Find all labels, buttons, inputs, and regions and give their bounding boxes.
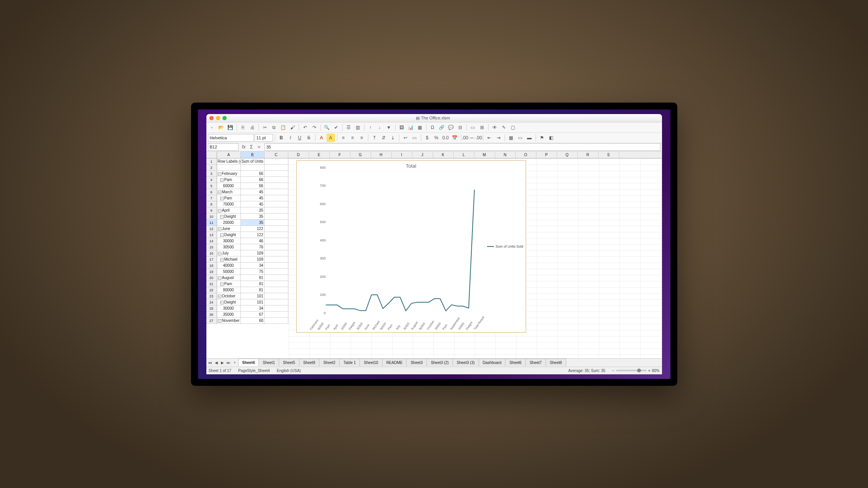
row-header[interactable]: 4	[206, 177, 217, 183]
cell[interactable]	[265, 171, 288, 176]
border-color-icon[interactable]: ▬	[525, 134, 534, 142]
chart-object[interactable]: Total 0100200300400500600700800 Sum of U…	[296, 160, 526, 333]
cell[interactable]: 20000	[217, 220, 241, 225]
row-header[interactable]: 14	[206, 238, 217, 244]
italic-icon[interactable]: I	[286, 134, 295, 142]
cell[interactable]: −August	[217, 275, 241, 281]
row-header[interactable]: 1	[206, 158, 217, 164]
cell[interactable]	[265, 244, 288, 250]
print-preview-icon[interactable]: 👁	[490, 123, 499, 132]
bold-icon[interactable]: B	[277, 134, 286, 142]
cell[interactable]	[265, 165, 288, 170]
row-header[interactable]: 23	[206, 293, 217, 299]
select-all-corner[interactable]	[206, 152, 217, 158]
sheet-tab[interactable]: Sheet7	[525, 359, 546, 366]
cell[interactable]: −Michael	[217, 256, 241, 262]
row-header[interactable]: 2	[206, 165, 217, 170]
align-center-icon[interactable]: ≡	[348, 134, 357, 142]
cell[interactable]: 40000	[217, 263, 241, 268]
column-header-r[interactable]: R	[578, 152, 598, 158]
cell[interactable]: 81	[241, 281, 265, 287]
column-header-k[interactable]: K	[433, 152, 454, 158]
cell[interactable]	[265, 226, 288, 232]
underline-icon[interactable]: U	[296, 134, 304, 142]
row-header[interactable]: 27	[206, 318, 217, 323]
cell[interactable]: 45	[241, 195, 265, 201]
find-icon[interactable]: 🔍	[323, 123, 331, 132]
cell[interactable]: 34	[241, 263, 265, 268]
close-icon[interactable]	[209, 116, 214, 120]
cell[interactable]: −June	[217, 226, 241, 232]
draw-icon[interactable]: ✎	[500, 123, 508, 132]
cell[interactable]: 109	[241, 256, 265, 262]
row-header[interactable]: 15	[206, 244, 217, 250]
form-icon[interactable]: ▢	[509, 123, 517, 132]
cell[interactable]: 35000	[217, 312, 241, 317]
column-header-h[interactable]: H	[371, 152, 392, 158]
sheet-tab[interactable]: Sheet3 (3)	[453, 359, 479, 366]
number-icon[interactable]: 0.0	[441, 134, 450, 142]
cell[interactable]: 80000	[217, 287, 241, 293]
font-color-icon[interactable]: A	[317, 134, 326, 142]
cell[interactable]: Row Labels ▾	[217, 158, 241, 164]
row-header[interactable]: 8	[206, 201, 217, 207]
function-wizard-icon[interactable]: fx	[240, 143, 248, 151]
sheet-tab[interactable]: Sheet3 (2)	[427, 359, 453, 366]
row-header[interactable]: 18	[206, 263, 217, 268]
column-header-m[interactable]: M	[474, 152, 495, 158]
cell[interactable]: 70000	[217, 201, 241, 207]
sheet-tab[interactable]: Sheet10	[360, 359, 382, 366]
cell[interactable]: 66	[241, 171, 265, 176]
minimize-icon[interactable]	[216, 116, 220, 120]
column-header-j[interactable]: J	[412, 152, 433, 158]
cell[interactable]: 60	[241, 318, 265, 323]
print-icon[interactable]: 🖨	[248, 123, 257, 132]
cell[interactable]: 50000	[217, 269, 241, 274]
row-header[interactable]: 22	[206, 287, 217, 293]
clone-format-icon[interactable]: 🖌	[288, 123, 297, 132]
align-bottom-icon[interactable]: ⤓	[389, 134, 397, 142]
status-language[interactable]: English (USA)	[277, 369, 301, 373]
cell[interactable]: 30500	[217, 244, 241, 250]
freeze-icon[interactable]: ▭	[469, 123, 477, 132]
tab-next-icon[interactable]: ▶	[219, 359, 226, 366]
copy-icon[interactable]: ⧉	[270, 123, 278, 132]
row-header[interactable]: 3	[206, 171, 217, 176]
cell[interactable]: −Dwight	[217, 299, 241, 305]
formula-input[interactable]: 35	[265, 143, 660, 151]
save-icon[interactable]: 💾	[226, 123, 235, 132]
cell[interactable]	[265, 269, 288, 274]
zoom-in-icon[interactable]: +	[648, 369, 651, 373]
sheet-tab[interactable]: Sheet1	[258, 359, 279, 366]
cell[interactable]: 35	[241, 220, 265, 225]
cell[interactable]	[265, 177, 288, 183]
highlight-icon[interactable]: A	[327, 134, 335, 142]
remove-decimal-icon[interactable]: ←.00	[472, 134, 481, 142]
column-header-b[interactable]: B	[241, 152, 265, 158]
zoom-icon[interactable]	[222, 116, 227, 120]
cell[interactable]: −Pam	[217, 177, 241, 183]
cell[interactable]: 34	[241, 305, 265, 311]
cell[interactable]	[265, 189, 288, 195]
cell[interactable]	[265, 293, 288, 299]
row-header[interactable]: 24	[206, 299, 217, 305]
cell[interactable]	[265, 281, 288, 287]
cell[interactable]	[265, 201, 288, 207]
decrease-indent-icon[interactable]: ⇤	[485, 134, 494, 142]
open-icon[interactable]: 📂	[217, 123, 226, 132]
column-header-f[interactable]: F	[330, 152, 350, 158]
zoom-control[interactable]: − + 80%	[612, 369, 660, 373]
column-header-c[interactable]: C	[265, 152, 288, 158]
sort-asc-icon[interactable]: ↑	[366, 123, 375, 132]
undo-icon[interactable]: ↶	[301, 123, 309, 132]
date-icon[interactable]: 📅	[451, 134, 459, 142]
cell[interactable]: −March	[217, 189, 241, 195]
cell[interactable]: −July	[217, 250, 241, 256]
autofilter-icon[interactable]: ▼	[385, 123, 393, 132]
sheet-tab[interactable]: Sheet2	[319, 359, 340, 366]
tab-prev-icon[interactable]: ◀	[213, 359, 219, 366]
align-right-icon[interactable]: ≡	[358, 134, 366, 142]
cell[interactable]: 101	[241, 299, 265, 305]
cell[interactable]: 81	[241, 287, 265, 293]
sum-icon[interactable]: Σ	[248, 143, 255, 151]
